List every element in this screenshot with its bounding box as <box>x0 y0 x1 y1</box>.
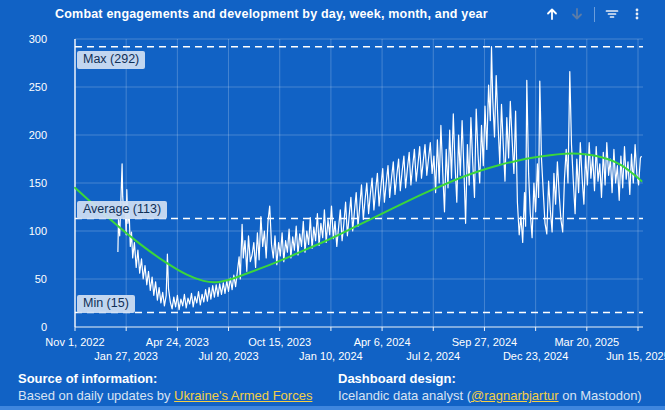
y-tick-label: 0 <box>41 321 47 333</box>
source-heading: Source of information: <box>18 370 312 387</box>
design-text-before: Icelandic data analyst ( <box>338 388 471 403</box>
x-tick-label: Dec 23, 2024 <box>503 350 568 362</box>
y-tick-label: 150 <box>29 177 47 189</box>
y-tick-label: 50 <box>35 273 47 285</box>
panel-bottom-edge <box>0 406 665 410</box>
x-tick-label: Jul 20, 2023 <box>199 350 259 362</box>
y-tick-label: 300 <box>29 33 47 45</box>
design-heading: Dashboard design: <box>338 370 642 387</box>
max-line-label: Max (292) <box>77 51 145 69</box>
ragnarbjartur-link[interactable]: @ragnarbjartur <box>471 388 559 403</box>
x-tick-label: Jul 2, 2024 <box>406 350 460 362</box>
x-tick-label: Apr 6, 2024 <box>354 336 411 348</box>
design-text-after: on Mastodon) <box>559 388 642 403</box>
daily-series-line <box>118 47 642 310</box>
dashboard-chart-panel: Combat engagements and development by da… <box>0 0 665 410</box>
x-tick-label: Mar 20, 2025 <box>554 336 619 348</box>
average-line-label: Average (113) <box>77 201 167 219</box>
source-text: Based on daily updates by <box>18 388 174 403</box>
x-tick-label: Oct 15, 2023 <box>248 336 311 348</box>
y-tick-label: 200 <box>29 129 47 141</box>
footer-source: Source of information: Based on daily up… <box>18 370 312 404</box>
x-tick-label: Jun 15, 2025 <box>606 350 665 362</box>
x-tick-label: Jan 27, 2023 <box>94 350 158 362</box>
footer-design: Dashboard design: Icelandic data analyst… <box>338 370 642 404</box>
y-tick-label: 250 <box>29 81 47 93</box>
x-tick-label: Nov 1, 2022 <box>45 336 104 348</box>
min-line-label: Min (15) <box>77 295 135 313</box>
x-tick-label: Jan 10, 2024 <box>299 350 363 362</box>
y-tick-label: 100 <box>29 225 47 237</box>
x-tick-label: Apr 24, 2023 <box>146 336 209 348</box>
ukraine-armed-forces-link[interactable]: Ukraine's Armed Forces <box>174 388 312 403</box>
x-tick-label: Sep 27, 2024 <box>452 336 517 348</box>
